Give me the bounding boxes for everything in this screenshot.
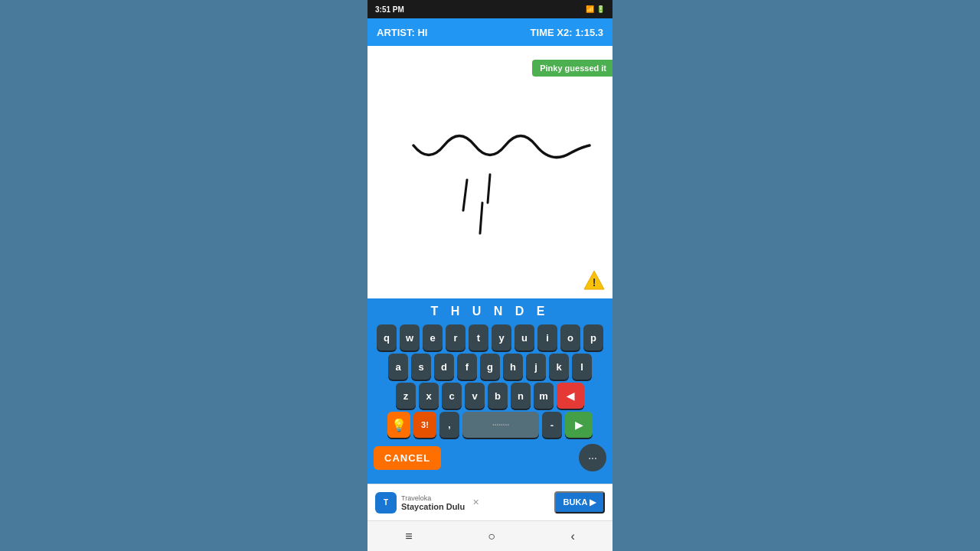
key-t[interactable]: t — [469, 324, 488, 350]
key-row-2: a s d f g h j k l — [371, 354, 609, 380]
ad-text-block: Traveloka Staycation Dulu — [401, 494, 465, 511]
ad-icon: T — [375, 492, 397, 514]
key-go[interactable]: ▶ — [565, 412, 593, 438]
key-y[interactable]: y — [492, 324, 511, 350]
warning-icon[interactable]: ! — [583, 269, 605, 291]
ad-banner: T Traveloka Staycation Dulu ✕ BUKA ▶ — [368, 484, 612, 520]
key-space[interactable]: ········ — [462, 412, 539, 438]
drawing-svg — [368, 46, 612, 298]
svg-line-2 — [480, 203, 482, 233]
key-s[interactable]: s — [411, 354, 431, 380]
game-header: ARTIST: HI TIME X2: 1:15.3 — [368, 18, 612, 46]
key-m[interactable]: m — [534, 383, 554, 409]
nav-bar: ≡ ○ ‹ — [368, 520, 612, 551]
wifi-icon: 🔋 — [596, 5, 605, 13]
nav-back-button[interactable]: ‹ — [555, 523, 590, 549]
key-b[interactable]: b — [488, 383, 508, 409]
key-d[interactable]: d — [434, 354, 454, 380]
status-bar: 3:51 PM 📶 🔋 — [368, 0, 612, 18]
key-emoji1[interactable]: 💡 — [387, 412, 410, 438]
key-n[interactable]: n — [511, 383, 531, 409]
ad-brand: Traveloka — [401, 494, 465, 502]
keyboard-area: T H U N D E q w e r t y u i o p a s d f … — [368, 298, 612, 484]
ad-left: T Traveloka Staycation Dulu ✕ — [375, 492, 479, 514]
key-w[interactable]: w — [400, 324, 420, 350]
time-label: TIME X2: 1:15.3 — [531, 27, 603, 38]
status-time: 3:51 PM — [375, 5, 404, 14]
ad-close-button[interactable]: ✕ — [472, 497, 479, 507]
drawing-canvas: Pinky guessed it ! — [368, 46, 612, 298]
key-e[interactable]: e — [423, 324, 443, 350]
guess-badge: Pinky guessed it — [532, 60, 612, 77]
key-x[interactable]: x — [419, 383, 439, 409]
status-icons: 📶 🔋 — [586, 5, 605, 13]
key-v[interactable]: v — [465, 383, 485, 409]
key-z[interactable]: z — [396, 383, 416, 409]
key-k[interactable]: k — [549, 354, 569, 380]
key-dash[interactable]: - — [542, 412, 562, 438]
key-j[interactable]: j — [526, 354, 546, 380]
key-f[interactable]: f — [457, 354, 477, 380]
key-row-3: z x c v b n m ◀ — [371, 383, 609, 409]
key-l[interactable]: l — [572, 354, 592, 380]
ad-cta-button[interactable]: BUKA ▶ — [554, 491, 605, 514]
chat-button[interactable]: ··· — [579, 444, 606, 471]
key-g[interactable]: g — [480, 354, 500, 380]
nav-home-button[interactable]: ○ — [472, 523, 511, 549]
key-c[interactable]: c — [442, 383, 462, 409]
key-delete[interactable]: ◀ — [557, 383, 584, 409]
key-r[interactable]: r — [446, 324, 466, 350]
key-i[interactable]: i — [537, 324, 557, 350]
word-hint: T H U N D E — [371, 305, 609, 318]
key-comma[interactable]: , — [439, 412, 459, 438]
svg-line-1 — [488, 174, 490, 203]
svg-text:!: ! — [593, 276, 596, 289]
key-u[interactable]: u — [514, 324, 534, 350]
signal-icon: 📶 — [586, 5, 594, 13]
svg-line-0 — [463, 180, 467, 210]
cancel-button[interactable]: CANCEL — [374, 446, 441, 470]
nav-menu-button[interactable]: ≡ — [390, 523, 427, 549]
key-p[interactable]: p — [583, 324, 603, 350]
bottom-row: CANCEL ··· — [371, 441, 609, 471]
key-q[interactable]: q — [377, 324, 397, 350]
artist-label: ARTIST: HI — [377, 27, 427, 38]
key-h[interactable]: h — [503, 354, 523, 380]
ad-title: Staycation Dulu — [401, 502, 465, 511]
key-emoji2[interactable]: 3! — [413, 412, 436, 438]
phone-frame: 3:51 PM 📶 🔋 ARTIST: HI TIME X2: 1:15.3 P… — [368, 0, 612, 551]
key-o[interactable]: o — [560, 324, 580, 350]
key-a[interactable]: a — [388, 354, 408, 380]
key-row-1: q w e r t y u i o p — [371, 324, 609, 350]
key-row-4: 💡 3! , ········ - ▶ — [371, 412, 609, 438]
